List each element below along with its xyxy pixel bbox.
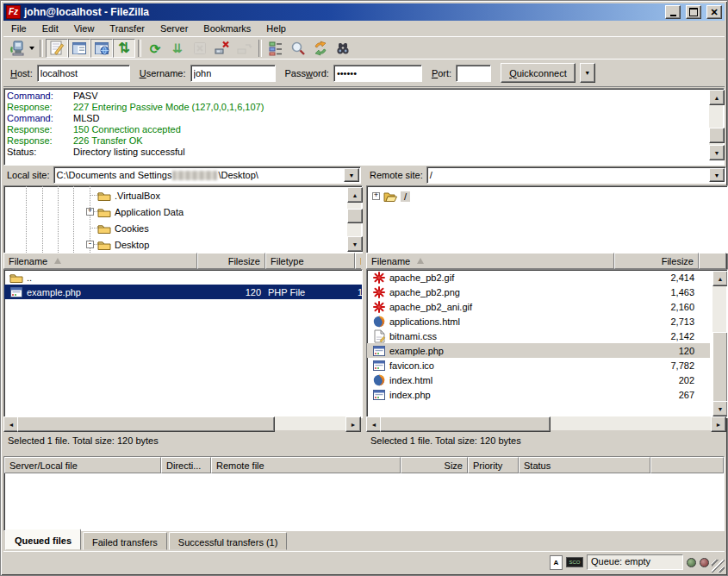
minimize-button[interactable]	[665, 5, 681, 19]
quickconnect-dropdown-button[interactable]: ▼	[580, 63, 595, 83]
toggle-remote-tree-button[interactable]	[90, 39, 113, 58]
queue-column-server-local-file[interactable]: Server/Local file	[4, 457, 161, 473]
file-cell-name: applications.html	[367, 314, 615, 329]
filezilla-app-icon: Fz	[6, 5, 21, 19]
toggle-message-log-button[interactable]	[46, 39, 68, 58]
log-line-type: Status:	[7, 147, 73, 158]
file-row--[interactable]: ..	[4, 270, 362, 285]
log-scroll-thumb[interactable]	[709, 128, 725, 143]
local-site-combobox[interactable]: C:\Documents and Settings\Desktop\ ▼	[53, 166, 361, 184]
disconnect-button[interactable]	[211, 39, 233, 58]
username-input[interactable]	[190, 65, 276, 82]
refresh-button[interactable]: ⟳	[144, 39, 166, 58]
menu-view[interactable]: View	[66, 22, 103, 35]
menu-file[interactable]: File	[3, 22, 34, 35]
maximize-button[interactable]	[686, 5, 701, 19]
file-row-index-html[interactable]: index.html202	[367, 373, 710, 387]
remote-hscroll-thumb[interactable]	[380, 416, 551, 432]
tree-item--virtualbox[interactable]: .VirtualBox	[86, 187, 346, 203]
toggle-local-tree-button[interactable]	[68, 39, 90, 58]
file-row-apache-pb2-png[interactable]: apache_pb2.png1,463	[367, 285, 710, 299]
column-header-filler	[699, 253, 726, 269]
tab-successful-transfers-1-[interactable]: Successful transfers (1)	[169, 532, 288, 550]
filename-filters-button[interactable]	[264, 39, 287, 58]
file-row-favicon-ico[interactable]: favicon.ico7,782	[367, 358, 710, 373]
port-input[interactable]	[456, 65, 491, 82]
local-hscroll-thumb[interactable]	[17, 416, 275, 432]
collapse-icon[interactable]: -	[86, 241, 94, 248]
file-cell-name: apache_pb2_ani.gif	[367, 299, 615, 314]
synchronized-browsing-button[interactable]	[309, 39, 332, 58]
css-icon	[372, 329, 386, 343]
log-scroll-up[interactable]: ▲	[709, 90, 725, 105]
remote-site-dropdown-button[interactable]: ▼	[709, 168, 725, 182]
password-input[interactable]	[333, 65, 422, 82]
remote-list-scroll-up[interactable]: ▲	[712, 271, 728, 286]
column-header-l[interactable]: L	[355, 253, 361, 269]
column-header-filename[interactable]: Filename	[3, 253, 197, 269]
file-row-bitnami-css[interactable]: bitnami.css2,142	[367, 329, 710, 343]
quickconnect-button[interactable]: Quickconnect	[501, 63, 576, 83]
expand-icon[interactable]: +	[372, 192, 380, 200]
file-row-apache-pb2-gif[interactable]: apache_pb2.gif2,414	[367, 270, 710, 285]
datatype-indicator-icon[interactable]: A	[550, 555, 563, 570]
column-header-filetype[interactable]: Filetype	[265, 253, 355, 269]
queue-column-status[interactable]: Status	[519, 457, 650, 473]
cancel-operation-button[interactable]	[189, 39, 211, 58]
log-line-type: Response:	[7, 124, 73, 135]
process-queue-button[interactable]: ⇊	[166, 39, 189, 58]
queue-column-priority[interactable]: Priority	[468, 457, 519, 473]
remote-selection-status: Selected 1 file. Total size: 120 bytes	[370, 434, 521, 448]
quickconnect-bar: Host: Username: Password: Port: Quickcon…	[3, 59, 725, 87]
site-manager-button[interactable]	[6, 39, 37, 58]
file-cell-type	[266, 270, 356, 285]
queue-column-remote-file[interactable]: Remote file	[211, 457, 401, 473]
file-row-applications-html[interactable]: applications.html2,713	[367, 314, 710, 329]
file-row-index-php[interactable]: index.php267	[367, 387, 710, 402]
tab-failed-transfers[interactable]: Failed transfers	[83, 532, 167, 550]
local-site-dropdown-button[interactable]: ▼	[344, 168, 359, 182]
horizontal-splitter[interactable]	[3, 450, 725, 456]
apache-icon	[372, 285, 386, 299]
remote-list-scroll-thumb[interactable]	[712, 332, 728, 403]
log-scroll-down[interactable]: ▼	[709, 145, 725, 160]
close-button[interactable]: ✕	[706, 5, 722, 19]
vertical-splitter[interactable]	[361, 166, 366, 450]
menu-help[interactable]: Help	[258, 22, 294, 35]
remote-hscroll-right[interactable]: ►	[711, 416, 726, 432]
menu-server[interactable]: Server	[152, 22, 196, 35]
toolbar-separator	[138, 40, 141, 57]
queue-column-size[interactable]: Size	[401, 457, 468, 473]
local-hscroll-right[interactable]: ►	[345, 416, 361, 432]
resize-grip[interactable]	[712, 560, 725, 573]
php-icon	[372, 359, 386, 373]
find-files-button[interactable]	[332, 39, 354, 58]
tree-item-cookies[interactable]: Cookies	[86, 220, 346, 236]
menu-bookmarks[interactable]: Bookmarks	[196, 22, 258, 35]
directory-comparison-button[interactable]	[287, 39, 309, 58]
folder-icon	[97, 222, 111, 235]
menu-transfer[interactable]: Transfer	[102, 22, 152, 35]
file-name-text: example.php	[389, 346, 444, 356]
column-header-filesize[interactable]: Filesize	[614, 253, 699, 269]
tab-queued-files[interactable]: Queued files	[5, 529, 81, 550]
column-header-filesize[interactable]: Filesize	[197, 253, 265, 269]
reconnect-button[interactable]	[233, 39, 256, 58]
file-row-example-php[interactable]: example.php120PHP File1	[4, 285, 362, 299]
tree-item-desktop[interactable]: -Desktop	[86, 236, 346, 253]
remote-site-combobox[interactable]: / ▼	[426, 166, 726, 184]
tree-item-root[interactable]: +/	[372, 188, 724, 204]
expand-icon[interactable]: +	[86, 208, 94, 216]
tree-item-application-data[interactable]: +Application Data	[86, 203, 346, 220]
host-input[interactable]	[37, 65, 130, 82]
title-bar[interactable]: Fz john@localhost - FileZilla ✕	[3, 3, 725, 21]
remote-list-scroll-down[interactable]: ▼	[712, 401, 728, 416]
column-header-filename[interactable]: Filename	[366, 253, 614, 269]
queue-column-directi-[interactable]: Directi...	[161, 457, 211, 473]
toggle-transfer-queue-button[interactable]: ⇅	[113, 39, 135, 58]
synchronized-browsing-icon	[312, 40, 329, 57]
speedlimit-indicator-icon[interactable]: SCO	[566, 557, 583, 567]
menu-edit[interactable]: Edit	[34, 22, 66, 35]
file-row-example-php[interactable]: example.php120	[367, 343, 710, 358]
file-row-apache-pb2-ani-gif[interactable]: apache_pb2_ani.gif2,160	[367, 299, 710, 314]
